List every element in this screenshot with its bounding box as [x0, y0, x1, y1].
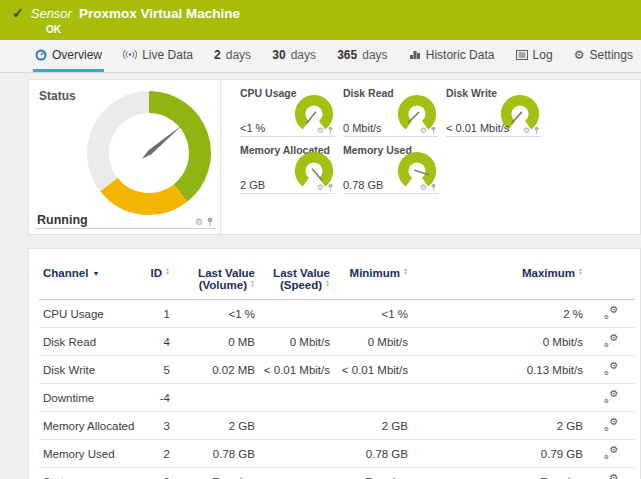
cell-last-value-speed: [255, 300, 330, 328]
gear-icon[interactable]: ⚙: [195, 218, 203, 227]
tab-365-days[interactable]: 365 days: [335, 40, 389, 72]
cell-last-value-speed: [255, 412, 330, 440]
mini-gauge-disk-read[interactable]: Disk Read 0 Mbit/s ⚙: [343, 86, 438, 137]
mini-gauge-value: <1 %: [240, 122, 265, 134]
table-row: Disk Write 5 0.02 MB < 0.01 Mbit/s < 0.0…: [39, 356, 635, 384]
pin-icon[interactable]: [206, 217, 214, 227]
tab-historic-data[interactable]: Historic Data: [407, 40, 497, 72]
edit-channel-icon[interactable]: ⚙⚙: [604, 362, 619, 375]
tab-live-data[interactable]: Live Data: [121, 40, 195, 72]
mini-gauge-memory-used[interactable]: Memory Used 0.78 GB ⚙: [343, 143, 438, 194]
cell-id: 5: [136, 356, 170, 384]
channel-table: Channel▼ ID▲▼ Last Value(Volume)▲▼ Last …: [39, 267, 635, 479]
gear-icon[interactable]: ⚙: [523, 127, 530, 135]
edit-channel-icon[interactable]: ⚙⚙: [604, 390, 619, 403]
mini-gauge-label: Disk Write: [446, 87, 497, 99]
gear-icon: ⚙: [574, 49, 585, 61]
cell-channel: CPU Usage: [39, 300, 136, 328]
cell-id: 2: [136, 440, 170, 468]
cell-maximum: [408, 384, 583, 412]
edit-channel-icon[interactable]: ⚙⚙: [604, 446, 619, 459]
pin-icon[interactable]: [327, 126, 334, 135]
gear-icon[interactable]: ⚙: [420, 127, 427, 135]
cell-last-value-volume: 0 MB: [170, 328, 255, 356]
mini-gauge-disk-write[interactable]: Disk Write < 0.01 Mbit/s ⚙: [446, 86, 541, 137]
column-header-channel[interactable]: Channel▼: [39, 267, 136, 300]
cell-maximum: 0 Mbit/s: [408, 328, 583, 356]
tab-label: days: [362, 48, 387, 62]
column-header-id[interactable]: ID▲▼: [136, 267, 170, 300]
tab-log[interactable]: Log: [514, 40, 555, 72]
cell-channel: Disk Read: [39, 328, 136, 356]
cell-channel: Downtime: [39, 384, 136, 412]
mini-gauge-value: 0.78 GB: [343, 179, 383, 191]
pin-icon[interactable]: [430, 183, 437, 192]
gear-icon[interactable]: ⚙: [317, 127, 324, 135]
table-row: Disk Read 4 0 MB 0 Mbit/s 0 Mbit/s 0 Mbi…: [39, 328, 635, 356]
tab-label: Log: [533, 48, 553, 62]
column-header-last-value-volume[interactable]: Last Value(Volume)▲▼: [170, 267, 255, 300]
table-row: Downtime -4 ⚙⚙: [39, 384, 635, 412]
pin-icon[interactable]: [430, 126, 437, 135]
cell-maximum: 2 GB: [408, 412, 583, 440]
gear-icon[interactable]: ⚙: [420, 184, 427, 192]
gauge-needle: [312, 169, 322, 181]
cell-last-value-speed: [255, 468, 330, 479]
pin-icon[interactable]: [327, 183, 334, 192]
edit-channel-icon[interactable]: ⚙⚙: [604, 306, 619, 319]
cell-last-value-volume: Running: [170, 468, 255, 479]
bar-chart-icon: [409, 49, 421, 60]
tab-30-days[interactable]: 30 days: [270, 40, 318, 72]
mini-gauge-memory-allocated[interactable]: Memory Allocated 2 GB ⚙: [240, 143, 335, 194]
table-row: Memory Allocated 3 2 GB 2 GB 2 GB ⚙⚙: [39, 412, 635, 440]
edit-channel-icon[interactable]: ⚙⚙: [604, 418, 619, 431]
mini-gauge-value: < 0.01 Mbit/s: [446, 122, 509, 134]
cell-channel: Memory Allocated: [39, 412, 136, 440]
log-icon: [516, 50, 528, 60]
column-header-minimum[interactable]: Minimum▲▼: [330, 267, 408, 300]
table-header-row: Channel▼ ID▲▼ Last Value(Volume)▲▼ Last …: [39, 267, 635, 300]
tab-bar: Overview Live Data 2 days 30 days 365 da…: [0, 40, 641, 73]
table-row: Status 0 Running Running Running ⚙⚙: [39, 468, 635, 479]
cell-minimum: 2 GB: [330, 412, 408, 440]
tab-number: 2: [214, 48, 221, 62]
sensor-type-label: Sensor: [31, 6, 72, 21]
tab-settings[interactable]: ⚙ Settings: [572, 40, 635, 72]
sort-arrows-icon: ▲▼: [578, 267, 583, 275]
cell-id: 4: [136, 328, 170, 356]
channel-table-panel: Channel▼ ID▲▼ Last Value(Volume)▲▼ Last …: [28, 248, 641, 479]
cell-channel: Disk Write: [39, 356, 136, 384]
column-header-maximum[interactable]: Maximum▲▼: [408, 267, 583, 300]
cell-maximum: 0.79 GB: [408, 440, 583, 468]
edit-channel-icon[interactable]: ⚙⚙: [604, 334, 619, 347]
tab-2-days[interactable]: 2 days: [212, 40, 253, 72]
live-signal-icon: [123, 49, 137, 60]
cell-last-value-volume: 0.02 MB: [170, 356, 255, 384]
pin-icon[interactable]: [533, 126, 540, 135]
gauge-needle: [408, 112, 419, 123]
tab-label: Overview: [52, 48, 102, 62]
gauge-needle: [306, 112, 315, 124]
sort-arrows-icon: ▲▼: [325, 279, 330, 287]
tab-label: days: [291, 48, 316, 62]
cell-minimum: Running: [330, 468, 408, 479]
cell-id: 1: [136, 300, 170, 328]
cell-channel: Status: [39, 468, 136, 479]
tab-number: 30: [272, 48, 285, 62]
gauge-needle: [140, 123, 184, 161]
sensor-status-badge: OK: [46, 24, 641, 35]
column-header-last-value-speed[interactable]: Last Value(Speed)▲▼: [255, 267, 330, 300]
tab-number: 365: [337, 48, 357, 62]
gear-icon[interactable]: ⚙: [317, 184, 324, 192]
cell-minimum: 0.78 GB: [330, 440, 408, 468]
tab-overview[interactable]: Overview: [33, 40, 104, 72]
cell-minimum: 0 Mbit/s: [330, 328, 408, 356]
edit-channel-icon[interactable]: ⚙⚙: [604, 474, 619, 479]
sort-caret-icon: ▼: [92, 270, 99, 277]
status-gauge-title: Status: [39, 89, 76, 103]
status-gauge-tile[interactable]: Status Running ⚙: [29, 80, 221, 234]
mini-gauge-cpu-usage[interactable]: CPU Usage <1 % ⚙: [240, 86, 335, 137]
sort-arrows-icon: ▲▼: [250, 279, 255, 287]
mini-gauges-grid: CPU Usage <1 % ⚙ Disk Read 0 Mbit/s ⚙ Di…: [221, 80, 640, 234]
table-row: Memory Used 2 0.78 GB 0.78 GB 0.79 GB ⚙⚙: [39, 440, 635, 468]
